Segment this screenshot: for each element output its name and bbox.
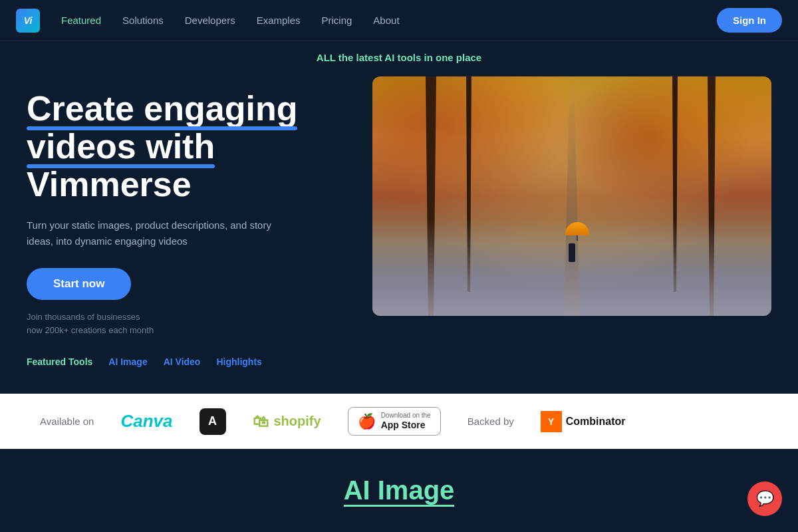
shopify-text: shopify [274, 414, 321, 429]
hero-title-line1: Create engaging [27, 90, 297, 128]
hero-image-scene [372, 76, 771, 316]
hero-title: Create engaging videos with Vimmerse [27, 90, 346, 204]
featured-tools: Featured Tools AI Image AI Video Highlig… [27, 356, 346, 367]
navbar: Vi Featured Solutions Developers Example… [0, 0, 798, 41]
hero-subtitle: Turn your static images, product descrip… [27, 217, 279, 249]
canva-logo: Canva [120, 411, 172, 432]
bottom-title-plain: AI [344, 475, 378, 507]
sign-in-button[interactable]: Sign In [717, 8, 782, 33]
chat-button[interactable]: 💬 [747, 481, 782, 516]
figure-body [569, 243, 575, 262]
hero-title-line3: Vimmerse [27, 165, 192, 203]
hero-title-line2: videos with [27, 128, 215, 166]
social-line2: now 200k+ creations each month [27, 325, 154, 335]
shopify-icon: 🛍 [253, 412, 269, 431]
hero-banner: ALL the latest AI tools in one place [27, 41, 771, 76]
backed-label: Backed by [467, 416, 514, 427]
shopify-logo: 🛍 shopify [253, 412, 321, 431]
hero-content: Create engaging videos with Vimmerse Tur… [27, 76, 771, 367]
canva-text: Canva [120, 411, 172, 432]
hero-left: Create engaging videos with Vimmerse Tur… [27, 76, 346, 367]
chat-icon: 💬 [756, 490, 774, 507]
affinity-logo: A [200, 408, 226, 435]
yc-icon: Y [541, 411, 562, 432]
appstore-big-text: App Store [381, 420, 431, 431]
nav-about[interactable]: About [373, 15, 399, 26]
nav-developers[interactable]: Developers [185, 15, 235, 26]
logo[interactable]: Vi [16, 9, 40, 33]
combinator-text: Combinator [566, 416, 626, 428]
ai-image-link[interactable]: AI Image [108, 356, 147, 367]
affinity-icon: A [200, 408, 226, 435]
partner-strip: Available on Canva A 🛍 shopify 🍎 Downloa… [0, 394, 798, 449]
nav-solutions[interactable]: Solutions [122, 15, 164, 26]
bottom-title-highlight: Image [378, 475, 455, 507]
logo-icon: Vi [16, 9, 40, 33]
hero-section: ALL the latest AI tools in one place Cre… [0, 41, 798, 394]
nav-links: Featured Solutions Developers Examples P… [61, 15, 717, 26]
appstore-small-text: Download on the [381, 412, 431, 420]
ai-video-link[interactable]: AI Video [164, 356, 201, 367]
apple-icon: 🍎 [358, 413, 376, 430]
social-line1: Join thousands of businesses [27, 312, 140, 322]
figure [565, 222, 579, 249]
bottom-section: AI Image [0, 449, 798, 532]
appstore-text: Download on the App Store [381, 412, 431, 431]
nav-featured[interactable]: Featured [61, 15, 101, 26]
yc-logo: Y Combinator [541, 411, 626, 432]
start-now-button[interactable]: Start now [27, 268, 131, 300]
available-label: Available on [40, 416, 94, 427]
highlights-link[interactable]: Highlights [216, 356, 261, 367]
hero-image [372, 76, 771, 316]
nav-pricing[interactable]: Pricing [322, 15, 352, 26]
appstore-badge[interactable]: 🍎 Download on the App Store [348, 407, 441, 436]
featured-tools-label: Featured Tools [27, 356, 92, 367]
nav-examples[interactable]: Examples [257, 15, 301, 26]
bottom-title: AI Image [27, 475, 771, 505]
social-proof: Join thousands of businesses now 200k+ c… [27, 311, 346, 338]
banner-text: ALL the latest AI tools in one place [317, 52, 481, 63]
